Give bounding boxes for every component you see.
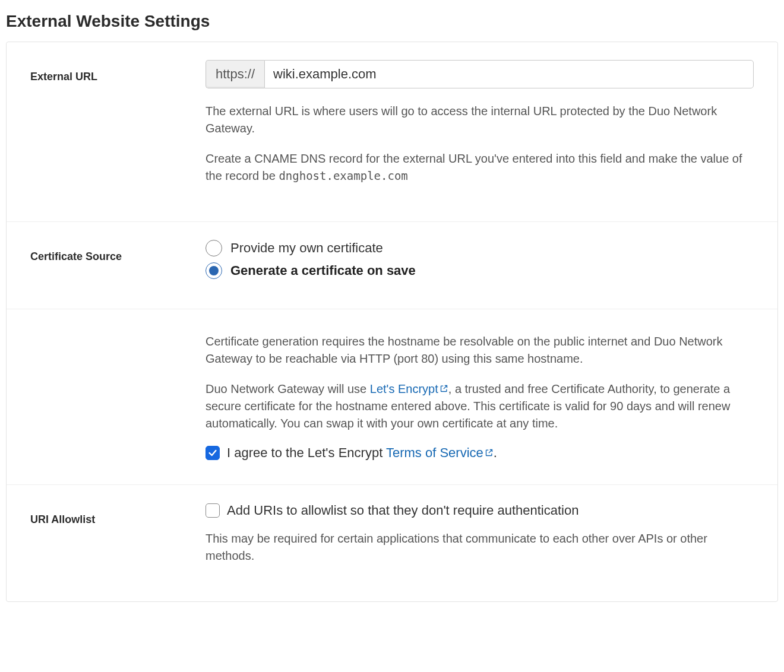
page-title: External Website Settings	[6, 12, 778, 31]
section-external-url: External URL https:// The external URL i…	[7, 42, 777, 222]
cert-info-pre: Duo Network Gateway will use	[206, 382, 370, 395]
cert-source-label: Certificate Source	[30, 251, 122, 262]
uri-allow-help: This may be required for certain applica…	[206, 530, 754, 565]
uri-allow-row: Add URIs to allowlist so that they don't…	[206, 503, 754, 518]
tos-link[interactable]: Terms of Service	[386, 445, 494, 460]
radio-generate-cert-label: Generate a certificate on save	[230, 263, 416, 278]
cert-info-para2: Duo Network Gateway will use Let's Encry…	[206, 381, 754, 432]
agree-row: I agree to the Let's Encrypt Terms of Se…	[206, 445, 754, 461]
uri-allow-checkbox[interactable]	[206, 503, 220, 518]
check-icon	[208, 448, 217, 458]
external-url-help-1: The external URL is where users will go …	[206, 103, 754, 137]
agree-checkbox[interactable]	[206, 446, 220, 460]
lets-encrypt-link-text: Let's Encrypt	[370, 382, 438, 395]
uri-allow-checkbox-label: Add URIs to allowlist so that they don't…	[227, 503, 578, 518]
uri-allowlist-label: URI Allowlist	[30, 513, 95, 525]
external-url-label: External URL	[30, 71, 97, 83]
tos-link-text: Terms of Service	[386, 445, 483, 460]
section-cert-source: Certificate Source Provide my own certif…	[7, 222, 777, 309]
settings-panel: External URL https:// The external URL i…	[6, 42, 778, 602]
radio-dot-icon	[209, 266, 219, 275]
url-prefix: https://	[206, 60, 264, 88]
lets-encrypt-link[interactable]: Let's Encrypt	[370, 382, 448, 395]
external-url-help-2: Create a CNAME DNS record for the extern…	[206, 150, 754, 185]
radio-own-cert[interactable]	[206, 240, 222, 256]
external-url-input-group: https://	[206, 60, 754, 88]
cert-info-para1: Certificate generation requires the host…	[206, 333, 754, 367]
radio-row-generate-cert: Generate a certificate on save	[206, 262, 754, 279]
radio-generate-cert[interactable]	[206, 262, 222, 279]
radio-own-cert-label: Provide my own certificate	[230, 240, 383, 256]
cname-host-code: dnghost.example.com	[279, 169, 407, 182]
section-cert-info: Certificate generation requires the host…	[7, 309, 777, 485]
section-uri-allowlist: URI Allowlist Add URIs to allowlist so t…	[7, 485, 777, 601]
external-link-icon	[440, 381, 448, 398]
radio-row-own-cert: Provide my own certificate	[206, 240, 754, 256]
agree-pre-text: I agree to the Let's Encrypt	[227, 445, 386, 460]
external-url-input[interactable]	[264, 60, 754, 88]
agree-post-text: .	[494, 445, 497, 460]
external-link-icon	[485, 445, 494, 461]
